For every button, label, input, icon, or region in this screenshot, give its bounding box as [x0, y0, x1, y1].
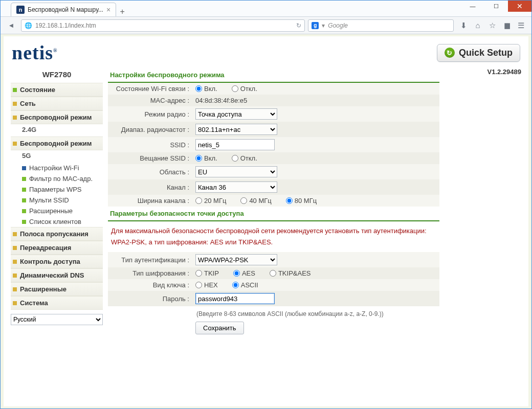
section-title-security: Параметры безопасности точки доступа	[108, 207, 439, 221]
label-keytype: Вид ключа :	[108, 279, 192, 291]
nav-back-button[interactable]: ◄	[5, 19, 18, 32]
radio-state-on[interactable]: Вкл.	[195, 85, 217, 93]
password-hint: (Введите 8-63 символов ASCII (любые комб…	[195, 308, 436, 317]
sidebar-item-advanced[interactable]: Расширенные	[11, 282, 103, 296]
sidebar-item-access-control[interactable]: Контроль доступа	[11, 255, 103, 268]
band-select[interactable]: 802.11a+n+ac	[195, 124, 277, 135]
square-icon	[13, 88, 17, 92]
square-icon	[13, 102, 17, 106]
browser-tabstrip: n Беспроводной N маршру... × +	[1, 1, 531, 17]
label-cipher: Тип шифрования :	[108, 267, 192, 279]
square-icon	[22, 220, 26, 224]
globe-icon: 🌐	[25, 22, 32, 29]
broadcast-off[interactable]: Откл.	[232, 154, 257, 162]
search-input[interactable]: g ▾ Google	[308, 19, 454, 32]
logo: netis	[12, 41, 57, 64]
downloads-icon[interactable]: ⬇	[459, 21, 468, 30]
radio-state-off[interactable]: Откл.	[232, 85, 257, 93]
square-icon	[13, 301, 17, 305]
tab-close-icon[interactable]: ×	[106, 6, 110, 14]
sidebar-sub-clients[interactable]: Список клиентов	[11, 216, 103, 227]
sidebar-sub-multissid[interactable]: Мульти SSID	[11, 195, 103, 206]
sidebar-item-status[interactable]: Состояние	[11, 83, 103, 97]
square-icon	[22, 177, 26, 181]
width-80[interactable]: 80 МГц	[286, 197, 317, 204]
window-minimize-button[interactable]: —	[461, 1, 484, 12]
save-button[interactable]: Сохранить	[195, 322, 244, 334]
url-text: 192.168.1.1/index.htm	[35, 22, 96, 29]
sidebar-item-wireless-24g[interactable]: Беспроводной режим	[11, 110, 103, 124]
width-40[interactable]: 40 МГц	[240, 197, 271, 204]
sidebar-item-wireless-5g[interactable]: Беспроводной режим	[11, 137, 103, 150]
label-broadcast: Вещание SSID :	[108, 152, 192, 164]
bookmarks-icon[interactable]: ☆	[487, 21, 497, 30]
sidebar-band-24g: 2.4G	[11, 124, 103, 137]
channel-select[interactable]: Канал 36	[195, 181, 277, 193]
sidebar-item-ddns[interactable]: Динамический DNS	[11, 268, 103, 282]
favicon-icon: n	[16, 6, 25, 14]
width-20[interactable]: 20 МГц	[195, 197, 226, 204]
label-region: Область :	[108, 164, 192, 179]
browser-address-bar: ◄ 🌐 192.168.1.1/index.htm ↻ g ▾ Google ⬇…	[1, 17, 531, 34]
square-icon	[13, 142, 17, 146]
key-hex[interactable]: HEX	[195, 281, 218, 289]
sidebar-icon[interactable]: ▮▮	[502, 21, 511, 30]
label-mac: MAC-адрес :	[108, 95, 192, 106]
square-icon	[22, 209, 26, 213]
label-ssid: SSID :	[108, 137, 192, 152]
refresh-icon: ↻	[445, 48, 455, 58]
language-select[interactable]: Русский	[11, 314, 103, 325]
label-width: Ширина канала :	[108, 195, 192, 207]
menu-icon[interactable]: ☰	[516, 21, 525, 30]
square-icon	[13, 260, 17, 264]
new-tab-button[interactable]: +	[116, 7, 128, 16]
square-icon	[13, 246, 17, 250]
broadcast-on[interactable]: Вкл.	[195, 154, 217, 162]
firmware-version: V1.2.29489	[445, 68, 521, 76]
url-input[interactable]: 🌐 192.168.1.1/index.htm ↻	[21, 19, 305, 32]
square-icon	[22, 188, 26, 192]
label-band: Диапаз. радиочастот :	[108, 122, 192, 137]
label-radio-state: Состояние Wi-Fi связи :	[108, 83, 192, 95]
region-select[interactable]: EU	[195, 166, 277, 177]
sidebar-sub-wifi-settings[interactable]: Настройки Wi-Fi	[11, 163, 103, 173]
browser-tab[interactable]: n Беспроводной N маршру... ×	[11, 3, 116, 16]
sidebar-band-5g: 5G	[11, 150, 103, 163]
sidebar-item-network[interactable]: Сеть	[11, 97, 103, 110]
square-icon	[13, 116, 17, 120]
sidebar-item-forwarding[interactable]: Переадресация	[11, 241, 103, 255]
label-auth: Тип аутентификации :	[108, 252, 192, 267]
search-placeholder: Google	[328, 22, 348, 29]
key-ascii[interactable]: ASCII	[232, 281, 258, 289]
sidebar-sub-advanced[interactable]: Расширенные	[11, 206, 103, 216]
sidebar-nav: Состояние Сеть Беспроводной режим 2.4G Б…	[11, 83, 103, 310]
search-engine-icon: g	[312, 22, 319, 29]
sidebar-sub-wps[interactable]: Параметры WPS	[11, 184, 103, 195]
window-close-button[interactable]: ✕	[508, 1, 531, 12]
window-maximize-button[interactable]: ☐	[484, 1, 508, 12]
password-input[interactable]	[195, 293, 275, 304]
square-icon	[22, 198, 26, 202]
sidebar-item-system[interactable]: Система	[11, 296, 103, 310]
sidebar-item-bandwidth[interactable]: Полоса пропускания	[11, 227, 103, 241]
cipher-both[interactable]: TKIP&AES	[270, 269, 311, 277]
square-icon	[13, 232, 17, 236]
sidebar-sub-mac-filter[interactable]: Фильтр по MAC-адр.	[11, 173, 103, 184]
mac-value: 04:8d:38:4f:8e:e5	[192, 95, 439, 106]
ssid-input[interactable]	[195, 139, 275, 150]
reload-icon[interactable]: ↻	[296, 22, 301, 29]
quick-setup-button[interactable]: ↻ Quick Setup	[437, 44, 520, 62]
auth-select[interactable]: WPA/WPA2-PSK	[195, 254, 277, 265]
cipher-tkip[interactable]: TKIP	[195, 269, 219, 277]
label-password: Пароль :	[108, 291, 192, 306]
section-title-wifi: Настройки беспроводного режима	[108, 68, 439, 83]
security-advice: Для максимальной безопасности беспроводн…	[108, 221, 439, 252]
home-icon[interactable]: ⌂	[473, 21, 482, 30]
quick-setup-label: Quick Setup	[459, 48, 513, 58]
square-icon	[13, 274, 17, 278]
radio-mode-select[interactable]: Точка доступа	[195, 108, 277, 120]
device-model: WF2780	[11, 68, 103, 83]
square-icon	[22, 166, 26, 170]
cipher-aes[interactable]: AES	[233, 269, 255, 277]
square-icon	[13, 287, 17, 291]
